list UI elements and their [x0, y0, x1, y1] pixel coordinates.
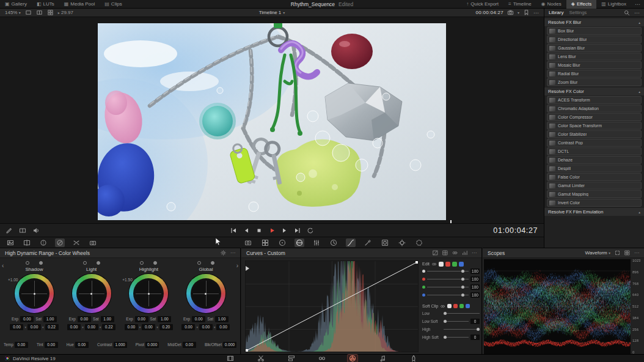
low-soft-slider[interactable] [444, 321, 469, 322]
fx-item[interactable]: Color Space Transform [547, 122, 642, 130]
go-to-end-button[interactable] [294, 227, 301, 234]
sat-value[interactable]: 1.00 [101, 316, 114, 322]
y-gain-value[interactable]: 100 [470, 268, 480, 274]
sat-value[interactable]: 1.00 [215, 316, 229, 322]
expand-icon[interactable] [615, 250, 620, 256]
softclip-b-button[interactable] [466, 304, 470, 308]
loop-button[interactable] [307, 227, 314, 234]
fx-item[interactable]: Chromatic Adaptation [547, 105, 642, 113]
channel-y-button[interactable] [439, 262, 444, 267]
fx-item[interactable]: Color Stabilizer [547, 130, 642, 138]
softclip-r-button[interactable] [453, 304, 458, 308]
wheel-value-3[interactable]: 0.22 [45, 324, 59, 330]
light-color-wheel[interactable] [72, 274, 111, 313]
fx-item[interactable]: Color Compressor [547, 113, 642, 121]
channel-b-button[interactable] [459, 262, 464, 267]
snapshot-icon[interactable] [88, 238, 98, 247]
fx-item[interactable]: ACES Transform [547, 96, 642, 104]
audio-mute-icon[interactable] [32, 227, 40, 234]
fx-item[interactable]: Zoom Blur [547, 78, 642, 86]
more-options-icon[interactable]: ⋯ [631, 1, 644, 7]
fx-item[interactable]: Directional Blur [547, 35, 642, 43]
motion-effects-palette-icon[interactable] [329, 238, 338, 247]
high-slider[interactable] [444, 329, 480, 330]
global-color-wheel[interactable] [186, 274, 225, 313]
low-slider[interactable] [444, 313, 480, 314]
blk-offset-value[interactable]: 0.000 [223, 342, 236, 348]
exp-value[interactable]: 0.00 [192, 316, 205, 322]
link-icon[interactable] [440, 304, 445, 309]
play-button[interactable] [268, 227, 276, 234]
fx-item[interactable]: Dehaze [547, 156, 642, 164]
highlight-icon[interactable] [38, 238, 48, 247]
sat-value[interactable]: 1.00 [158, 316, 171, 322]
wheel-value-1[interactable]: 0.00 [67, 324, 81, 330]
fx-item[interactable]: Invert Color [547, 199, 642, 207]
curves-palette-icon[interactable] [346, 238, 356, 247]
link-icon[interactable] [431, 262, 437, 267]
go-to-start-button[interactable] [230, 227, 237, 234]
histogram-toggle-icon[interactable] [462, 250, 467, 256]
wheel-target-icon[interactable] [83, 261, 87, 265]
search-icon[interactable] [624, 10, 630, 16]
blur-palette-icon[interactable] [414, 238, 424, 247]
wheel-value-2[interactable]: 0.00 [27, 324, 41, 330]
g-gain-slider[interactable] [427, 287, 469, 287]
nodes-button[interactable]: ◉Nodes [536, 0, 566, 9]
panel-more-icon[interactable]: ⋯ [230, 250, 235, 256]
tint-value[interactable]: 0.00 [45, 342, 58, 348]
chevron-down-icon[interactable]: ▾ [518, 10, 519, 15]
fx-item[interactable]: False Color [547, 173, 642, 181]
wheels-prev-icon[interactable]: ‹ [2, 263, 4, 269]
bypass-grades-icon[interactable] [55, 238, 65, 247]
bookmark-icon[interactable] [523, 9, 530, 16]
page-edit[interactable] [287, 355, 296, 362]
temp-value[interactable]: 0.00 [15, 342, 28, 348]
fx-item[interactable]: Lens Blur [547, 53, 642, 61]
channel-g-button[interactable] [452, 262, 457, 267]
library-more-icon[interactable]: ⋯ [634, 10, 640, 16]
previous-frame-button[interactable] [243, 227, 250, 234]
clips-button[interactable]: ▤Clips [100, 0, 126, 9]
fx-item[interactable]: Box Blur [547, 27, 642, 35]
fx-section-header[interactable]: Resolve FX Color▴ [544, 87, 644, 95]
effects-button[interactable]: ◈Effects [566, 0, 596, 9]
zoom-select[interactable]: 145% ▾ [5, 10, 21, 15]
link-channels-icon[interactable] [452, 250, 458, 256]
timeline-selector[interactable]: Timeline 1 ▾ [259, 10, 285, 15]
fx-item[interactable]: Gamut Mapping [547, 190, 642, 198]
page-fusion[interactable] [317, 355, 327, 362]
color-wheels-palette-icon[interactable] [277, 238, 287, 247]
fx-item[interactable]: Gaussian Blur [547, 44, 642, 52]
r-gain-slider[interactable] [427, 279, 469, 279]
b-gain-slider[interactable] [427, 295, 469, 295]
rgb-mixer-palette-icon[interactable] [312, 238, 321, 247]
channel-r-button[interactable] [445, 262, 450, 267]
scope-mode-select[interactable]: Waveform ▾ [585, 250, 610, 256]
wheel-value-2[interactable]: 0.00 [142, 324, 155, 330]
r-gain-value[interactable]: 100 [470, 276, 480, 282]
hue-value[interactable]: 0.00 [75, 342, 89, 348]
high-soft-value[interactable]: 0 [470, 334, 480, 340]
stop-button[interactable] [255, 227, 263, 234]
fx-item[interactable]: DCTL [547, 147, 642, 155]
lightbox-button[interactable]: ▥Lightbox [596, 0, 631, 9]
page-fairlight[interactable] [378, 355, 388, 362]
wheel-value-1[interactable]: 0.00 [125, 324, 138, 330]
softclip-g-button[interactable] [459, 304, 464, 308]
grid-toggle-icon[interactable] [442, 250, 448, 256]
viewer-more-icon[interactable]: ⋯ [533, 10, 539, 16]
fx-section-header[interactable]: Resolve FX Film Emulation▴ [544, 208, 644, 216]
page-color[interactable] [348, 355, 357, 362]
curve-preset-icon[interactable] [433, 250, 438, 256]
curve-graph[interactable] [245, 260, 419, 352]
b-gain-value[interactable]: 100 [470, 292, 480, 298]
next-frame-button[interactable] [281, 227, 288, 234]
wheel-value-1[interactable]: 0.00 [10, 324, 23, 330]
single-clip-view-icon[interactable] [25, 9, 32, 16]
fx-item[interactable]: Despill [547, 164, 642, 172]
gallery-button[interactable]: ▣Gallery [0, 0, 32, 9]
exp-value[interactable]: 0.00 [78, 316, 91, 322]
unmix-icon[interactable] [71, 238, 81, 247]
wheels-next-icon[interactable]: › [236, 263, 238, 269]
